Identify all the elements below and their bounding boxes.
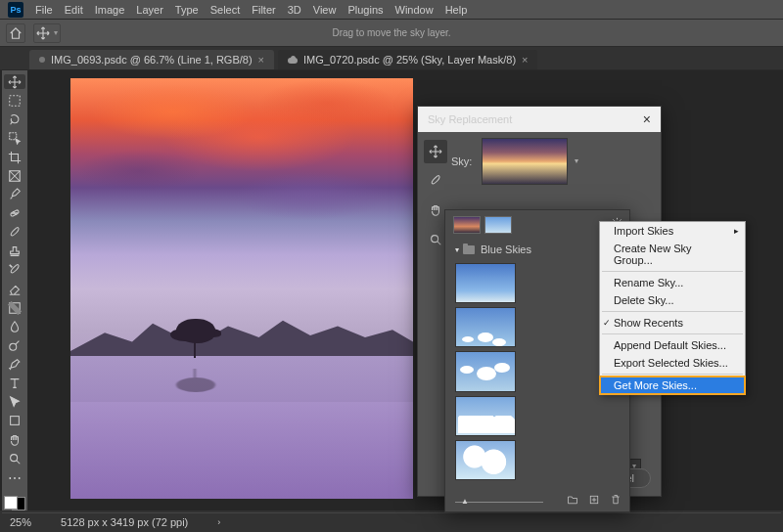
- tab-close[interactable]: ×: [522, 54, 528, 66]
- ctx-rename-sky[interactable]: Rename Sky...: [600, 274, 745, 291]
- dodge-tool[interactable]: [4, 338, 25, 353]
- dialog-close[interactable]: ×: [643, 111, 651, 127]
- eraser-tool[interactable]: [4, 282, 25, 296]
- dialog-titlebar[interactable]: Sky Replacement ×: [418, 107, 661, 132]
- menu-separator: [602, 333, 743, 334]
- picker-footer: [567, 494, 622, 508]
- lasso-tool[interactable]: [4, 112, 25, 127]
- gradient-tool[interactable]: [4, 300, 25, 315]
- shape-tool[interactable]: [4, 414, 25, 428]
- menu-edit[interactable]: Edit: [59, 4, 89, 16]
- menu-layer[interactable]: Layer: [130, 4, 169, 16]
- sky-thumb[interactable]: [455, 440, 516, 480]
- doc-info[interactable]: 5128 px x 3419 px (72 ppi): [61, 516, 188, 528]
- new-folder-icon[interactable]: [567, 494, 578, 508]
- menu-help[interactable]: Help: [439, 4, 474, 16]
- sky-picker-context-menu: Import Skies Create New Sky Group... Ren…: [599, 221, 746, 395]
- status-bar: 25% 5128 px x 3419 px (72 ppi) ›: [2, 512, 781, 530]
- stamp-tool[interactable]: [4, 244, 25, 258]
- menu-plugins[interactable]: Plugins: [342, 4, 389, 16]
- sky-label: Sky:: [451, 155, 472, 167]
- hand-tool[interactable]: [4, 432, 25, 447]
- move-tool[interactable]: [4, 74, 25, 89]
- document-tabs: IMG_0693.psdc @ 66.7% (Line 1, RGB/8) × …: [0, 47, 783, 70]
- marquee-tool[interactable]: [4, 93, 25, 108]
- zoom-level[interactable]: 25%: [10, 516, 31, 528]
- tab-inactive[interactable]: IMG_0693.psdc @ 66.7% (Line 1, RGB/8) ×: [29, 50, 274, 69]
- tool-palette: ⋯: [2, 70, 27, 510]
- move-tool-indicator[interactable]: ▾: [33, 23, 61, 43]
- tab-active[interactable]: IMG_0720.psdc @ 25% (Sky, Layer Mask/8) …: [278, 50, 537, 69]
- menu-separator: [602, 374, 743, 375]
- menu-separator: [602, 271, 743, 272]
- thumbnail-size-slider[interactable]: [455, 498, 543, 508]
- new-item-icon[interactable]: [588, 494, 600, 508]
- options-bar: ▾ Drag to move the sky layer.: [0, 20, 783, 47]
- tab-label: IMG_0693.psdc @ 66.7% (Line 1, RGB/8): [51, 54, 253, 66]
- chevron-right-icon[interactable]: ›: [217, 517, 220, 527]
- cloud-doc-icon: [288, 55, 298, 65]
- sky-thumb[interactable]: [455, 351, 516, 391]
- ctx-show-recents[interactable]: Show Recents: [600, 314, 745, 332]
- history-brush-tool[interactable]: [4, 263, 25, 278]
- tab-label: IMG_0720.psdc @ 25% (Sky, Layer Mask/8): [303, 54, 516, 66]
- object-select-tool[interactable]: [4, 131, 25, 146]
- menu-file[interactable]: File: [29, 4, 59, 16]
- frame-tool[interactable]: [4, 168, 25, 183]
- heal-tool[interactable]: [4, 206, 25, 221]
- color-swatches[interactable]: [4, 496, 25, 510]
- zoom-tool[interactable]: [4, 451, 25, 466]
- recent-sky-thumb[interactable]: [484, 216, 512, 234]
- trash-icon[interactable]: [610, 494, 622, 508]
- options-hint: Drag to move the sky layer.: [332, 27, 450, 38]
- menu-window[interactable]: Window: [390, 4, 439, 16]
- sky-thumb[interactable]: [455, 396, 516, 436]
- chevron-down-icon: ▾: [54, 28, 58, 37]
- menu-type[interactable]: Type: [169, 4, 205, 16]
- sky-move-tool[interactable]: [424, 140, 447, 163]
- svg-point-5: [10, 344, 17, 351]
- sky-brush-tool[interactable]: [424, 169, 447, 193]
- pen-tool[interactable]: [4, 357, 25, 372]
- menu-view[interactable]: View: [307, 4, 343, 16]
- ctx-export-selected[interactable]: Export Selected Skies...: [600, 354, 745, 372]
- folder-icon: [463, 245, 475, 254]
- ctx-new-sky-group[interactable]: Create New Sky Group...: [600, 240, 745, 269]
- edit-toolbar[interactable]: ⋯: [4, 470, 25, 486]
- blur-tool[interactable]: [4, 319, 25, 333]
- path-select-tool[interactable]: [4, 395, 25, 410]
- sky-preset-dropdown[interactable]: [482, 138, 568, 185]
- ctx-import-skies[interactable]: Import Skies: [600, 222, 745, 240]
- svg-rect-6: [11, 417, 20, 425]
- crop-tool[interactable]: [4, 150, 25, 164]
- eyedropper-tool[interactable]: [4, 188, 25, 202]
- tab-close[interactable]: ×: [258, 54, 264, 66]
- menu-image[interactable]: Image: [89, 4, 131, 16]
- svg-point-8: [432, 236, 438, 243]
- brush-tool[interactable]: [4, 225, 25, 240]
- menu-separator: [602, 311, 743, 312]
- cloud-doc-icon: [39, 57, 45, 63]
- svg-point-7: [11, 455, 18, 462]
- menu-bar: Ps File Edit Image Layer Type Select Fil…: [0, 0, 783, 20]
- dialog-title: Sky Replacement: [428, 113, 512, 125]
- type-tool[interactable]: [4, 376, 25, 390]
- ctx-get-more-skies[interactable]: Get More Skies...: [600, 377, 745, 394]
- group-label: Blue Skies: [481, 244, 531, 255]
- menu-filter[interactable]: Filter: [246, 4, 281, 16]
- document-canvas[interactable]: [70, 78, 413, 499]
- menu-select[interactable]: Select: [205, 4, 247, 16]
- sky-thumb[interactable]: [455, 263, 516, 303]
- recent-sky-thumb[interactable]: [453, 216, 481, 234]
- sky-thumb[interactable]: [455, 307, 516, 347]
- ctx-append-default[interactable]: Append Default Skies...: [600, 336, 745, 354]
- menu-3d[interactable]: 3D: [282, 4, 307, 16]
- app-logo: Ps: [8, 2, 23, 18]
- home-button[interactable]: [6, 23, 25, 43]
- ctx-delete-sky[interactable]: Delete Sky...: [600, 291, 745, 309]
- svg-rect-0: [10, 96, 21, 107]
